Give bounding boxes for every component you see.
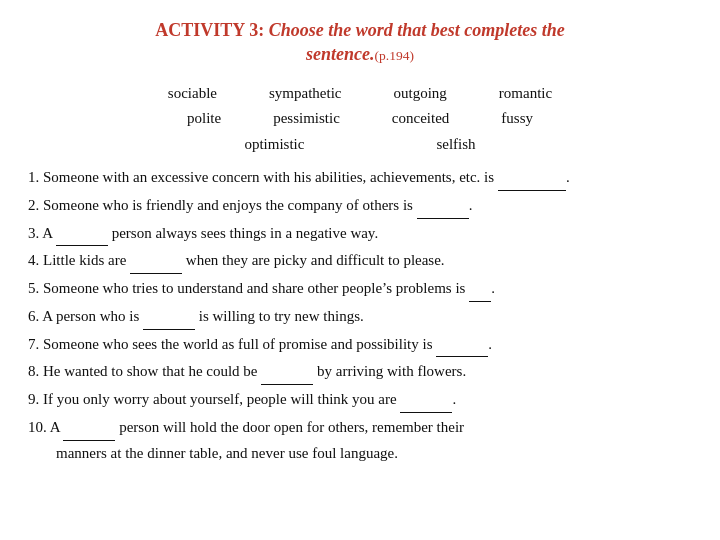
q6-end: is willing to try new things. xyxy=(195,308,364,324)
q4-text: 4. Little kids are xyxy=(28,252,130,268)
q2-text: 2. Someone who is friendly and enjoys th… xyxy=(28,197,417,213)
question-9: 9. If you only worry about yourself, peo… xyxy=(28,387,692,413)
word-romantic: romantic xyxy=(499,81,552,107)
question-6: 6. A person who is is willing to try new… xyxy=(28,304,692,330)
q5-blank xyxy=(469,276,491,302)
q6-blank xyxy=(143,304,195,330)
word-pessimistic: pessimistic xyxy=(273,106,340,132)
q2-end: . xyxy=(469,197,473,213)
activity-label: ACTIVITY 3: xyxy=(155,20,268,40)
word-conceited: conceited xyxy=(392,106,449,132)
title-line2: sentence.(p.194) xyxy=(28,42,692,66)
q3-text: 3. A xyxy=(28,225,56,241)
q4-end: when they are picky and difficult to ple… xyxy=(182,252,445,268)
question-10: 10. A person will hold the door open for… xyxy=(28,415,692,466)
question-7: 7. Someone who sees the world as full of… xyxy=(28,332,692,358)
q10-continuation: manners at the dinner table, and never u… xyxy=(56,445,398,461)
word-outgoing: outgoing xyxy=(393,81,446,107)
word-sociable: sociable xyxy=(168,81,217,107)
word-sympathetic: sympathetic xyxy=(269,81,341,107)
q7-text: 7. Someone who sees the world as full of… xyxy=(28,336,436,352)
q5-end: . xyxy=(491,280,495,296)
q10-text: 10. A xyxy=(28,419,63,435)
question-3: 3. A person always sees things in a nega… xyxy=(28,221,692,247)
q10-end: person will hold the door open for other… xyxy=(115,419,464,435)
word-row-1: sociable sympathetic outgoing romantic xyxy=(168,81,552,107)
word-fussy: fussy xyxy=(501,106,533,132)
q4-blank xyxy=(130,248,182,274)
q5-text: 5. Someone who tries to understand and s… xyxy=(28,280,469,296)
q9-text: 9. If you only worry about yourself, peo… xyxy=(28,391,400,407)
q1-blank xyxy=(498,165,566,191)
q3-blank xyxy=(56,221,108,247)
question-2: 2. Someone who is friendly and enjoys th… xyxy=(28,193,692,219)
q8-blank xyxy=(261,359,313,385)
word-selfish: selfish xyxy=(436,132,475,158)
q3-end: person always sees things in a negative … xyxy=(108,225,378,241)
q8-end: by arriving with flowers. xyxy=(313,363,466,379)
question-1: 1. Someone with an excessive concern wit… xyxy=(28,165,692,191)
title-line1: ACTIVITY 3: Choose the word that best co… xyxy=(28,18,692,42)
q10-blank xyxy=(63,415,115,441)
q9-end: . xyxy=(452,391,456,407)
word-polite: polite xyxy=(187,106,221,132)
question-8: 8. He wanted to show that he could be by… xyxy=(28,359,692,385)
q7-blank xyxy=(436,332,488,358)
word-optimistic: optimistic xyxy=(244,132,304,158)
question-5: 5. Someone who tries to understand and s… xyxy=(28,276,692,302)
q2-blank xyxy=(417,193,469,219)
q1-num: 1. Someone with an excessive concern wit… xyxy=(28,169,494,185)
questions-block: 1. Someone with an excessive concern wit… xyxy=(28,165,692,465)
word-bank: sociable sympathetic outgoing romantic p… xyxy=(28,81,692,158)
word-row-2: polite pessimistic conceited fussy xyxy=(187,106,533,132)
question-4: 4. Little kids are when they are picky a… xyxy=(28,248,692,274)
q1-end: . xyxy=(566,169,570,185)
q9-blank xyxy=(400,387,452,413)
title-sentence: sentence. xyxy=(306,44,374,64)
q10-indent xyxy=(28,441,56,466)
word-row-3: optimistic selfish xyxy=(244,132,475,158)
q8-text: 8. He wanted to show that he could be xyxy=(28,363,261,379)
title-page: (p.194) xyxy=(375,48,414,63)
title-block: ACTIVITY 3: Choose the word that best co… xyxy=(28,18,692,67)
q7-end: . xyxy=(488,336,492,352)
q6-text: 6. A person who is xyxy=(28,308,143,324)
title-bold-italic: Choose the word that best completes the xyxy=(269,20,565,40)
